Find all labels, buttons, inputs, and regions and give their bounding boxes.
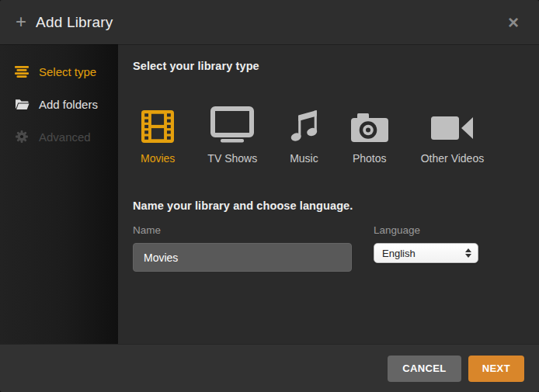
dialog-footer: CANCEL NEXT (0, 344, 539, 392)
name-field-group: Name (133, 224, 352, 272)
sidebar-item-label: Add folders (39, 98, 98, 111)
library-type-row: Movies TV Shows (133, 106, 523, 165)
library-type-photos[interactable]: Photos (351, 106, 388, 165)
tv-icon (210, 106, 254, 143)
dialog-body: Select type Add folders (0, 44, 539, 344)
select-stepper-icon (465, 248, 471, 258)
language-select[interactable]: English (374, 243, 478, 263)
library-type-label: Music (290, 152, 318, 165)
list-lines-icon (14, 66, 30, 78)
sidebar-item-advanced[interactable]: Advanced (0, 120, 118, 153)
cancel-button[interactable]: CANCEL (388, 356, 461, 382)
form-row: Name Language English (133, 224, 523, 272)
film-strip-icon (141, 106, 174, 143)
sidebar-item-select-type[interactable]: Select type (0, 55, 118, 88)
plus-icon: + (16, 12, 26, 31)
library-type-label: Other Videos (421, 152, 484, 165)
library-type-music[interactable]: Music (290, 106, 318, 165)
library-type-movies[interactable]: Movies (141, 106, 175, 165)
dialog-title: Add Library (36, 14, 113, 31)
next-button[interactable]: NEXT (468, 356, 524, 382)
dialog-header: + Add Library × (0, 0, 539, 44)
library-type-label: Photos (353, 152, 387, 165)
name-field-label: Name (133, 224, 352, 236)
library-type-tv-shows[interactable]: TV Shows (207, 106, 257, 165)
select-type-heading: Select your library type (133, 60, 523, 72)
name-language-heading: Name your library and choose language. (133, 199, 523, 212)
main-content: Select your library type (118, 44, 539, 344)
music-note-icon (290, 106, 318, 143)
sidebar: Select type Add folders (0, 44, 118, 344)
video-camera-icon (431, 106, 473, 143)
folder-open-icon (14, 99, 30, 109)
add-library-dialog: + Add Library × Select type (0, 0, 539, 392)
language-selected-value: English (382, 248, 465, 259)
sidebar-item-add-folders[interactable]: Add folders (0, 88, 118, 120)
library-type-label: TV Shows (207, 152, 257, 165)
gear-icon (14, 130, 30, 143)
language-field-label: Language (374, 224, 478, 236)
library-name-input[interactable] (133, 243, 352, 272)
library-type-other-videos[interactable]: Other Videos (421, 106, 484, 165)
close-icon[interactable]: × (508, 13, 519, 32)
library-type-label: Movies (141, 152, 175, 165)
sidebar-item-label: Advanced (39, 130, 91, 144)
camera-icon (351, 106, 388, 143)
language-field-group: Language English (374, 224, 478, 272)
sidebar-item-label: Select type (39, 65, 96, 78)
